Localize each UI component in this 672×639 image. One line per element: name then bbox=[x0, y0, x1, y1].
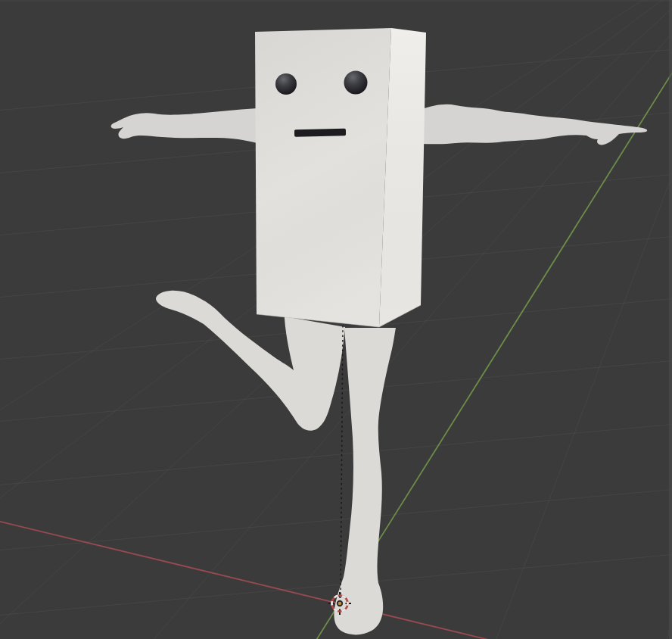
viewport-right-edge bbox=[669, 0, 672, 639]
box-front-face-shading bbox=[255, 28, 391, 327]
viewport-top-edge bbox=[0, 0, 672, 2]
box-head[interactable] bbox=[255, 28, 426, 327]
mouth[interactable] bbox=[294, 129, 346, 137]
left-eye[interactable] bbox=[275, 73, 297, 95]
3d-viewport[interactable] bbox=[0, 0, 672, 639]
cursor-center-dot bbox=[338, 602, 342, 606]
right-eye[interactable] bbox=[344, 71, 368, 95]
viewport-canvas[interactable] bbox=[0, 0, 672, 639]
